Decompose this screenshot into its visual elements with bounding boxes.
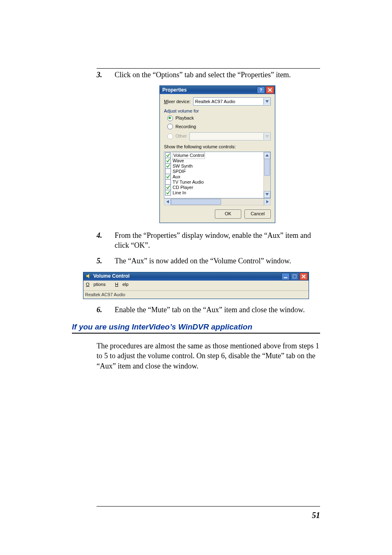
- properties-titlebar: Properties ?: [160, 86, 275, 94]
- top-rule: [97, 68, 320, 69]
- dialog-button-row: OK Cancel: [164, 210, 271, 219]
- body-content: 3. Click on the “Options” tab and select…: [97, 70, 320, 371]
- close-button[interactable]: [300, 273, 308, 280]
- step-6-text: Enable the “Mute” tab on the “Aux” item …: [115, 306, 305, 314]
- section-body: The procedures are almost the same as th…: [97, 341, 320, 371]
- document-page: 51 3. Click on the “Options” tab and sel…: [0, 0, 392, 555]
- horizontal-scrollbar[interactable]: [164, 198, 271, 205]
- scroll-thumb[interactable]: [264, 159, 270, 176]
- speaker-icon: [86, 274, 92, 279]
- mixer-device-row: Mixer device: Realtek AC97 Audio: [164, 97, 271, 106]
- checkbox[interactable]: [165, 168, 171, 174]
- menu-bar: Options Help: [83, 281, 309, 288]
- listbox-item[interactable]: Line In: [165, 190, 263, 196]
- step-4-number: 4.: [97, 230, 102, 240]
- vertical-scrollbar[interactable]: [263, 152, 270, 198]
- listbox-item-label: Line In: [173, 190, 186, 196]
- cancel-button[interactable]: Cancel: [244, 210, 271, 219]
- help-button[interactable]: ?: [257, 86, 265, 94]
- properties-body: Mixer device: Realtek AC97 Audio Adjust …: [160, 94, 275, 222]
- page-number: 51: [312, 511, 320, 520]
- volctrl-title: Volume Control: [86, 273, 129, 279]
- volume-controls-listbox[interactable]: Volume ControlWaveSW SynthSPDIFAuxTV Tun…: [164, 152, 271, 198]
- minimize-button[interactable]: [281, 273, 290, 280]
- titlebar-buttons: ?: [257, 86, 274, 94]
- listbox-item[interactable]: TV Tuner Audio: [165, 180, 263, 185]
- radio-playback-label: Playback: [175, 115, 194, 121]
- checkbox[interactable]: [165, 152, 171, 158]
- volume-control-window: Volume Control Options Help Realtek AC97…: [83, 272, 309, 299]
- step-4-text: From the “Properties” display window, en…: [115, 231, 311, 249]
- section-underline: [72, 333, 320, 334]
- mixer-device-value: Realtek AC97 Audio: [195, 99, 235, 105]
- adjust-volume-for-label: Adjust volume for: [164, 108, 271, 114]
- checkbox[interactable]: [165, 179, 171, 185]
- scroll-left-icon[interactable]: [164, 199, 171, 205]
- mixer-device-dropdown[interactable]: Realtek AC97 Audio: [193, 97, 271, 106]
- chevron-down-icon: [263, 133, 270, 140]
- listbox-items: Volume ControlWaveSW SynthSPDIFAuxTV Tun…: [164, 152, 263, 198]
- listbox-item[interactable]: CD Player: [165, 185, 263, 190]
- figure-properties-dialog: Properties ? Mixer device:: [115, 85, 320, 223]
- step-6: 6. Enable the “Mute” tab on the “Aux” it…: [97, 305, 320, 315]
- radio-other: [167, 134, 173, 139]
- checkbox[interactable]: [165, 158, 171, 164]
- checkbox[interactable]: [165, 163, 171, 169]
- listbox-item[interactable]: SW Synth: [165, 164, 263, 169]
- menu-options[interactable]: Options: [86, 282, 110, 287]
- status-bar: Realtek AC97 Audio: [83, 290, 309, 299]
- step-6-number: 6.: [97, 305, 102, 315]
- listbox-item[interactable]: SPDIF: [165, 169, 263, 174]
- listbox-item[interactable]: Wave: [165, 158, 263, 164]
- checkbox[interactable]: [165, 190, 171, 196]
- radio-playback-row[interactable]: Playback: [167, 115, 271, 121]
- figure-volume-control: Volume Control Options Help Realtek AC97…: [72, 272, 320, 299]
- hscroll-thumb[interactable]: [171, 199, 221, 205]
- volctrl-titlebar: Volume Control: [83, 272, 309, 281]
- checkbox[interactable]: [165, 174, 171, 180]
- step-4: 4. From the “Properties” display window,…: [97, 230, 320, 251]
- radio-recording-row[interactable]: Recording: [167, 124, 271, 130]
- ok-button[interactable]: OK: [215, 210, 241, 219]
- listbox-item[interactable]: Aux: [165, 174, 263, 180]
- radio-other-row: Other: [167, 132, 271, 140]
- step-5-text: The “Aux” is now added on the “Volume Co…: [115, 257, 291, 265]
- step-3-text: Click on the “Options” tab and select th…: [115, 71, 291, 79]
- other-dropdown: [189, 132, 271, 140]
- close-button[interactable]: [266, 86, 274, 94]
- show-controls-label: Show the following volume controls:: [164, 144, 271, 150]
- radio-recording[interactable]: [167, 124, 173, 129]
- mixer-device-label: Mixer device:: [164, 99, 191, 105]
- maximize-button: [291, 273, 299, 280]
- step-5-number: 5.: [97, 256, 102, 266]
- step-3: 3. Click on the “Options” tab and select…: [97, 70, 320, 223]
- step-5: 5. The “Aux” is now added on the “Volume…: [97, 256, 320, 266]
- svg-rect-1: [293, 275, 296, 278]
- titlebar-buttons: [281, 273, 308, 280]
- bottom-rule: [97, 506, 320, 507]
- scroll-down-icon[interactable]: [264, 191, 270, 198]
- listbox-item[interactable]: Volume Control: [165, 153, 263, 158]
- scroll-up-icon[interactable]: [264, 152, 270, 159]
- section-heading: If you are using InterVideo’s WinDVR app…: [72, 322, 320, 332]
- menu-help[interactable]: Help: [115, 282, 133, 287]
- step-3-number: 3.: [97, 70, 102, 80]
- checkbox[interactable]: [165, 184, 171, 190]
- properties-window: Properties ? Mixer device:: [159, 85, 275, 223]
- radio-playback[interactable]: [167, 115, 173, 121]
- radio-other-label: Other: [175, 133, 187, 139]
- chevron-down-icon: [263, 98, 270, 105]
- radio-recording-label: Recording: [175, 124, 196, 130]
- scroll-right-icon[interactable]: [264, 199, 270, 205]
- properties-title: Properties: [162, 87, 187, 93]
- svg-rect-0: [284, 277, 287, 278]
